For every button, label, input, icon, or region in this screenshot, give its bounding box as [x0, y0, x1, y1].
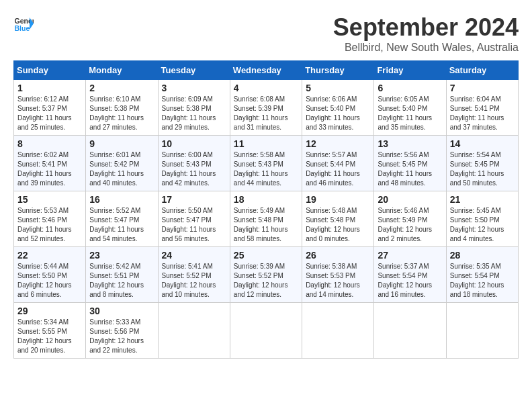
calendar-cell: 13 Sunrise: 5:56 AM Sunset: 5:45 PM Dayl…: [374, 136, 446, 191]
calendar-cell: 20 Sunrise: 5:46 AM Sunset: 5:49 PM Dayl…: [374, 191, 446, 247]
calendar-cell: 29 Sunrise: 5:34 AM Sunset: 5:55 PM Dayl…: [14, 303, 86, 359]
calendar-cell: 11 Sunrise: 5:58 AM Sunset: 5:43 PM Dayl…: [230, 136, 302, 191]
day-detail: Sunrise: 6:08 AM Sunset: 5:39 PM Dayligh…: [234, 95, 298, 132]
day-number: 23: [89, 250, 154, 261]
day-number: 14: [450, 138, 515, 149]
calendar-cell: 22 Sunrise: 5:44 AM Sunset: 5:50 PM Dayl…: [14, 247, 86, 303]
week-row-2: 8 Sunrise: 6:02 AM Sunset: 5:41 PM Dayli…: [14, 136, 519, 191]
day-detail: Sunrise: 6:05 AM Sunset: 5:40 PM Dayligh…: [378, 95, 442, 132]
calendar-cell: [374, 303, 446, 359]
day-number: 6: [378, 83, 442, 93]
column-header-monday: Monday: [86, 61, 158, 80]
calendar-cell: 6 Sunrise: 6:05 AM Sunset: 5:40 PM Dayli…: [374, 80, 446, 136]
month-title: September 2024: [333, 13, 519, 42]
day-detail: Sunrise: 6:04 AM Sunset: 5:41 PM Dayligh…: [450, 95, 515, 132]
week-row-4: 22 Sunrise: 5:44 AM Sunset: 5:50 PM Dayl…: [14, 247, 519, 303]
day-detail: Sunrise: 5:41 AM Sunset: 5:52 PM Dayligh…: [162, 262, 226, 300]
day-number: 8: [17, 138, 82, 149]
calendar-cell: 15 Sunrise: 5:53 AM Sunset: 5:46 PM Dayl…: [14, 191, 86, 247]
day-detail: Sunrise: 6:01 AM Sunset: 5:42 PM Dayligh…: [89, 150, 154, 188]
calendar-cell: 28 Sunrise: 5:35 AM Sunset: 5:54 PM Dayl…: [446, 247, 518, 303]
calendar-cell: 23 Sunrise: 5:42 AM Sunset: 5:51 PM Dayl…: [86, 247, 158, 303]
day-number: 7: [450, 83, 515, 93]
calendar-cell: 30 Sunrise: 5:33 AM Sunset: 5:56 PM Dayl…: [86, 303, 158, 359]
day-detail: Sunrise: 5:34 AM Sunset: 5:55 PM Dayligh…: [17, 318, 82, 355]
calendar-cell: 9 Sunrise: 6:01 AM Sunset: 5:42 PM Dayli…: [86, 136, 158, 191]
header: General Blue September 2024 Bellbird, Ne…: [13, 13, 519, 54]
day-number: 5: [306, 83, 370, 93]
location: Bellbird, New South Wales, Australia: [333, 42, 519, 54]
calendar-cell: 5 Sunrise: 6:06 AM Sunset: 5:40 PM Dayli…: [302, 80, 374, 136]
day-detail: Sunrise: 5:33 AM Sunset: 5:56 PM Dayligh…: [89, 318, 154, 355]
day-detail: Sunrise: 6:09 AM Sunset: 5:38 PM Dayligh…: [162, 95, 226, 132]
day-number: 15: [17, 194, 82, 205]
day-detail: Sunrise: 5:46 AM Sunset: 5:49 PM Dayligh…: [378, 206, 442, 244]
day-detail: Sunrise: 5:57 AM Sunset: 5:44 PM Dayligh…: [306, 150, 370, 188]
day-number: 30: [89, 306, 154, 316]
day-number: 10: [162, 138, 226, 149]
calendar-cell: 17 Sunrise: 5:50 AM Sunset: 5:47 PM Dayl…: [158, 191, 230, 247]
logo-icon: General Blue: [13, 13, 34, 34]
day-detail: Sunrise: 5:44 AM Sunset: 5:50 PM Dayligh…: [17, 262, 82, 300]
column-header-sunday: Sunday: [14, 61, 86, 80]
day-detail: Sunrise: 5:56 AM Sunset: 5:45 PM Dayligh…: [378, 150, 442, 188]
day-detail: Sunrise: 5:37 AM Sunset: 5:54 PM Dayligh…: [378, 262, 442, 300]
day-number: 27: [378, 250, 442, 261]
column-header-saturday: Saturday: [446, 61, 518, 80]
day-number: 17: [162, 194, 226, 205]
day-detail: Sunrise: 6:02 AM Sunset: 5:41 PM Dayligh…: [17, 150, 82, 188]
calendar-cell: [302, 303, 374, 359]
day-number: 18: [234, 194, 298, 205]
header-row: SundayMondayTuesdayWednesdayThursdayFrid…: [14, 61, 519, 80]
svg-text:Blue: Blue: [15, 24, 30, 32]
column-header-wednesday: Wednesday: [230, 61, 302, 80]
calendar-cell: 26 Sunrise: 5:38 AM Sunset: 5:53 PM Dayl…: [302, 247, 374, 303]
day-number: 25: [234, 250, 298, 261]
day-number: 28: [450, 250, 515, 261]
day-number: 4: [234, 83, 298, 93]
day-number: 16: [89, 194, 154, 205]
calendar-cell: [158, 303, 230, 359]
day-detail: Sunrise: 5:58 AM Sunset: 5:43 PM Dayligh…: [234, 150, 298, 188]
day-detail: Sunrise: 5:38 AM Sunset: 5:53 PM Dayligh…: [306, 262, 370, 300]
day-detail: Sunrise: 5:35 AM Sunset: 5:54 PM Dayligh…: [450, 262, 515, 300]
calendar-cell: 3 Sunrise: 6:09 AM Sunset: 5:38 PM Dayli…: [158, 80, 230, 136]
day-detail: Sunrise: 5:45 AM Sunset: 5:50 PM Dayligh…: [450, 206, 515, 244]
day-number: 21: [450, 194, 515, 205]
day-detail: Sunrise: 6:00 AM Sunset: 5:43 PM Dayligh…: [162, 150, 226, 188]
calendar-cell: 14 Sunrise: 5:54 AM Sunset: 5:45 PM Dayl…: [446, 136, 518, 191]
calendar-cell: 27 Sunrise: 5:37 AM Sunset: 5:54 PM Dayl…: [374, 247, 446, 303]
day-detail: Sunrise: 5:42 AM Sunset: 5:51 PM Dayligh…: [89, 262, 154, 300]
day-number: 19: [306, 194, 370, 205]
week-row-1: 1 Sunrise: 6:12 AM Sunset: 5:37 PM Dayli…: [14, 80, 519, 136]
column-header-tuesday: Tuesday: [158, 61, 230, 80]
day-number: 1: [17, 83, 82, 93]
week-row-3: 15 Sunrise: 5:53 AM Sunset: 5:46 PM Dayl…: [14, 191, 519, 247]
day-detail: Sunrise: 5:50 AM Sunset: 5:47 PM Dayligh…: [162, 206, 226, 244]
calendar-cell: 19 Sunrise: 5:48 AM Sunset: 5:48 PM Dayl…: [302, 191, 374, 247]
day-number: 9: [89, 138, 154, 149]
calendar-cell: [446, 303, 518, 359]
day-number: 12: [306, 138, 370, 149]
day-number: 20: [378, 194, 442, 205]
day-number: 26: [306, 250, 370, 261]
calendar-cell: 1 Sunrise: 6:12 AM Sunset: 5:37 PM Dayli…: [14, 80, 86, 136]
day-detail: Sunrise: 6:12 AM Sunset: 5:37 PM Dayligh…: [17, 95, 82, 132]
day-number: 13: [378, 138, 442, 149]
calendar-cell: 8 Sunrise: 6:02 AM Sunset: 5:41 PM Dayli…: [14, 136, 86, 191]
column-header-thursday: Thursday: [302, 61, 374, 80]
calendar-cell: 16 Sunrise: 5:52 AM Sunset: 5:47 PM Dayl…: [86, 191, 158, 247]
calendar-cell: 4 Sunrise: 6:08 AM Sunset: 5:39 PM Dayli…: [230, 80, 302, 136]
week-row-5: 29 Sunrise: 5:34 AM Sunset: 5:55 PM Dayl…: [14, 303, 519, 359]
calendar-cell: 2 Sunrise: 6:10 AM Sunset: 5:38 PM Dayli…: [86, 80, 158, 136]
calendar-cell: 18 Sunrise: 5:49 AM Sunset: 5:48 PM Dayl…: [230, 191, 302, 247]
day-detail: Sunrise: 5:54 AM Sunset: 5:45 PM Dayligh…: [450, 150, 515, 188]
day-detail: Sunrise: 6:06 AM Sunset: 5:40 PM Dayligh…: [306, 95, 370, 132]
day-number: 29: [17, 306, 82, 316]
day-number: 11: [234, 138, 298, 149]
day-detail: Sunrise: 6:10 AM Sunset: 5:38 PM Dayligh…: [89, 95, 154, 132]
calendar-cell: 12 Sunrise: 5:57 AM Sunset: 5:44 PM Dayl…: [302, 136, 374, 191]
day-number: 22: [17, 250, 82, 261]
logo: General Blue: [13, 13, 34, 34]
column-header-friday: Friday: [374, 61, 446, 80]
